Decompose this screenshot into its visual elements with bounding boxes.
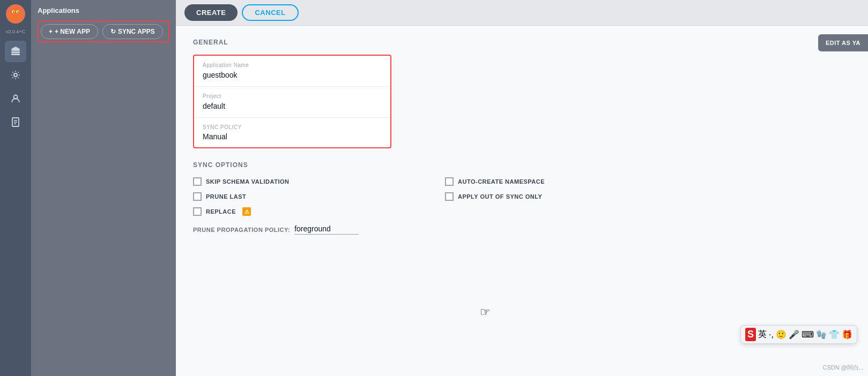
sync-apps-button[interactable]: ↻ SYNC APPS	[102, 24, 163, 39]
prune-last-label: PRUNE LAST	[206, 193, 246, 200]
sidebar-item-settings[interactable]	[5, 64, 26, 86]
edit-as-yaml-label: EDIT AS YA	[826, 40, 860, 46]
checkboxes-grid: SKIP SCHEMA VALIDATION AUTO-CREATE NAMES…	[193, 177, 676, 216]
ime-keyboard[interactable]: ⌨	[802, 329, 814, 340]
ime-icon1[interactable]: 🧤	[816, 329, 827, 340]
avatar	[6, 4, 25, 24]
apply-out-of-sync-label: APPLY OUT OF SYNC ONLY	[458, 193, 542, 200]
project-label: Project	[203, 93, 382, 99]
sidebar-item-docs[interactable]	[5, 111, 26, 133]
top-bar: CREATE CANCEL	[176, 0, 868, 26]
skip-schema-checkbox[interactable]	[193, 177, 202, 186]
sync-apps-label: SYNC APPS	[118, 28, 155, 35]
prune-policy-label: PRUNE PROPAGATION POLICY:	[193, 227, 290, 233]
sidebar-item-layers[interactable]	[5, 41, 26, 62]
ime-icon3[interactable]: 🎁	[842, 329, 852, 340]
form-area: EDIT AS YA GENERAL Application Name Proj…	[176, 26, 868, 376]
ime-en-label[interactable]: 英	[758, 329, 767, 340]
general-form-box: Application Name Project SYNC POLICY Man…	[193, 55, 391, 148]
app-name-field: Application Name	[194, 56, 390, 87]
panel-title: Applications	[38, 6, 169, 14]
sync-policy-value: Manual	[203, 132, 382, 141]
sync-options-section: SYNC OPTIONS SKIP SCHEMA VALIDATION AUTO…	[193, 161, 851, 235]
sync-icon: ↻	[110, 28, 116, 35]
left-panel: Applications + + NEW APP ↻ SYNC APPS	[31, 0, 176, 376]
new-app-label: + NEW APP	[55, 28, 90, 35]
prune-policy-value: foreground	[294, 224, 359, 235]
ime-mic[interactable]: 🎤	[789, 329, 799, 340]
prune-last-checkbox[interactable]	[193, 192, 202, 201]
auto-create-ns-label: AUTO-CREATE NAMESPACE	[458, 178, 545, 185]
checkbox-apply-out-of-sync: APPLY OUT OF SYNC ONLY	[445, 192, 676, 201]
project-field: Project	[194, 87, 390, 118]
svg-rect-7	[11, 54, 20, 55]
sync-policy-label: SYNC POLICY	[203, 124, 382, 130]
ime-icon2[interactable]: 👕	[829, 329, 840, 340]
content-area: CREATE CANCEL EDIT AS YA GENERAL Applica…	[176, 0, 868, 376]
project-input[interactable]	[203, 102, 382, 110]
checkbox-auto-create-ns: AUTO-CREATE NAMESPACE	[445, 177, 676, 186]
watermark: CSDN @阿白...	[822, 364, 864, 372]
create-button[interactable]: CREATE	[184, 4, 238, 21]
auto-create-ns-checkbox[interactable]	[445, 177, 454, 186]
sidebar: v2.0.4+C	[0, 0, 31, 376]
replace-checkbox[interactable]	[193, 207, 202, 216]
checkbox-replace: REPLACE ⚠	[193, 207, 424, 216]
svg-rect-6	[11, 51, 20, 53]
cancel-button[interactable]: CANCEL	[242, 4, 298, 21]
ime-toolbar: S 英 ·, 🙂 🎤 ⌨ 🧤 👕 🎁	[740, 325, 857, 344]
ime-dot: ·,	[769, 330, 774, 340]
svg-point-3	[13, 11, 14, 12]
ime-emoji[interactable]: 🙂	[776, 329, 787, 340]
panel-actions: + + NEW APP ↻ SYNC APPS	[38, 21, 169, 42]
app-name-input[interactable]	[203, 71, 382, 79]
edit-as-yaml-button[interactable]: EDIT AS YA	[818, 34, 868, 51]
new-app-button[interactable]: + + NEW APP	[41, 24, 98, 39]
sync-policy-field: SYNC POLICY Manual	[194, 118, 390, 147]
checkbox-skip-schema: SKIP SCHEMA VALIDATION	[193, 177, 424, 186]
replace-label: REPLACE	[206, 208, 236, 215]
svg-point-9	[14, 73, 17, 77]
replace-warning-icon: ⚠	[242, 207, 251, 216]
prune-propagation-row: PRUNE PROPAGATION POLICY: foreground	[193, 224, 851, 235]
general-section-title: GENERAL	[193, 39, 851, 46]
plus-icon: +	[49, 28, 53, 35]
apply-out-of-sync-checkbox[interactable]	[445, 192, 454, 201]
skip-schema-label: SKIP SCHEMA VALIDATION	[206, 178, 289, 185]
checkbox-prune-last: PRUNE LAST	[193, 192, 424, 201]
sidebar-item-user[interactable]	[5, 88, 26, 109]
svg-point-4	[17, 11, 18, 12]
version-label: v2.0.4+C	[6, 29, 25, 34]
ime-s-logo: S	[745, 328, 756, 341]
sync-options-title: SYNC OPTIONS	[193, 161, 851, 169]
svg-point-0	[11, 8, 20, 17]
app-name-label: Application Name	[203, 62, 382, 68]
